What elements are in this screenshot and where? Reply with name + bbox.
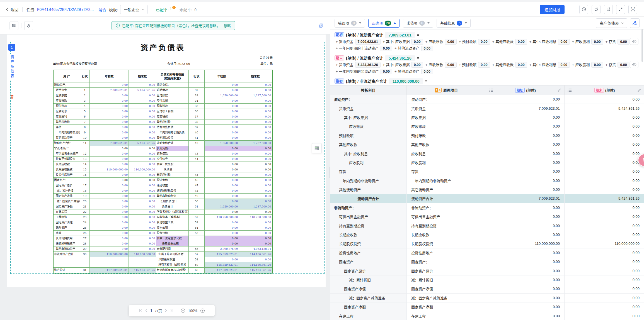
zoom-in-button[interactable] (200, 308, 205, 313)
doc-cell: 21 (80, 204, 90, 209)
doc-cell: 0.00 (90, 241, 129, 246)
template-subject-label: 流动资产合计 (357, 196, 379, 201)
report-select[interactable]: 资产负债表 (596, 18, 627, 28)
prev-page-button[interactable] (145, 309, 147, 312)
menu-icon[interactable] (567, 88, 572, 92)
mapping-row[interactable]: 一年内到期的非流动资产一年内到期的非流动资产0.000.00 (330, 176, 644, 185)
template-subject-cell: 持有至到期投资 (330, 221, 407, 230)
doc-cell: 0.00 (129, 183, 156, 188)
hand-icon (26, 23, 31, 28)
back-button[interactable]: 返回 (7, 7, 18, 12)
doc-cell: 56 (189, 246, 205, 252)
mapping-row[interactable]: 货币资金货币资金7,009,623.015,424,361.26 (330, 104, 644, 113)
mapping-row[interactable]: 固定资产净值固定资产净值0.000.00 (330, 284, 644, 293)
mapping-row[interactable]: 非流动资产：非流动资产：0.000.00 (330, 203, 644, 212)
delete-page-button[interactable] (10, 95, 14, 100)
current-page[interactable]: 1 (150, 308, 152, 313)
operand-name: 其他流动资产 (398, 46, 420, 50)
mapping-row[interactable]: 减：固定资产减值准备减：固定资产减值准备0.000.00 (330, 294, 644, 302)
fullscreen-button[interactable] (616, 5, 625, 14)
zoom-out-button[interactable] (181, 308, 185, 313)
last-page-button[interactable] (170, 309, 174, 312)
refresh-button[interactable] (592, 5, 601, 14)
mapping-row[interactable]: 固定资产原价固定资产原价0.000.00 (330, 266, 644, 275)
plus-sign: + (459, 40, 461, 44)
mapping-row[interactable]: 持有至到期投资持有至到期投资0.000.00 (330, 221, 644, 230)
outline-toggle-button[interactable] (9, 21, 18, 30)
mapping-row[interactable]: 固定资产净额固定资产净额0.000.00 (330, 302, 644, 311)
first-page-button[interactable] (139, 309, 142, 312)
page-tab-title[interactable]: 资产负债表 (9, 54, 15, 80)
period-end-value-cell: 0.00 (565, 113, 644, 122)
doc-cell: 0.00 (239, 241, 272, 246)
period-end-value-cell: 0.00 (565, 230, 644, 239)
mapping-row[interactable]: 预付款项预付账款0.000.00 (330, 131, 644, 140)
doc-cell: 资本公积 (156, 225, 189, 231)
structure-compare-button[interactable] (630, 18, 640, 28)
mapping-row[interactable]: 其中: 应收票据应收票据0.000.00 (330, 113, 644, 122)
doc-cell: 其它流动资产 (54, 135, 80, 141)
divider (22, 7, 23, 12)
mapping-row[interactable]: 在建工程在建工程0.000.00 (330, 311, 644, 320)
copy-document-button[interactable] (319, 23, 324, 28)
menu-icon[interactable] (489, 88, 493, 92)
next-page-button[interactable] (165, 309, 167, 312)
copy-icon (319, 23, 324, 28)
template-select[interactable]: 一般企业 (120, 5, 148, 14)
mapping-row[interactable]: 其他应收款其他应收款0.000.00 (330, 140, 644, 149)
document-info-row: 单位:丽水金汛股权投资有限公司 会计月:2023-09 单位：元 (53, 61, 273, 66)
mapping-row[interactable]: 投资性房地产投资性房地产0.000.00 (330, 248, 644, 257)
pan-tool-button[interactable] (24, 21, 33, 30)
mapping-row[interactable]: 应收账款应收账款0.000.00 (330, 122, 644, 131)
filter-button-errors[interactable]: 错误项0 (335, 19, 365, 28)
history-button[interactable] (579, 5, 588, 14)
filter-button-evaluate[interactable]: 求值项0 (403, 19, 433, 28)
mapping-row[interactable]: 流动资产：流动资产：0.000.00 (330, 95, 644, 104)
operand-name: 应收账款 (428, 63, 443, 67)
doc-cell: 0.00 (129, 188, 156, 194)
mapping-row[interactable]: 长期股权投资长期股权投资110,000,000.00110,000,000.00 (330, 239, 644, 248)
original-item-cell: 固定资产净值 (407, 284, 486, 293)
warning-badge: ! (172, 6, 176, 9)
page-tab-number[interactable]: 1 (8, 44, 15, 51)
doc-cell: 0.00 (239, 183, 272, 188)
doc-cell: 0.00 (205, 162, 239, 167)
template-subject-label: 固定资产 (330, 259, 354, 264)
doc-cell: 0.00 (90, 157, 129, 162)
mapping-row[interactable]: 长期应收款长期应收款0.000.00 (330, 230, 644, 239)
filter-row-right: 资产负债表 (596, 18, 640, 28)
pencil-icon[interactable] (637, 88, 641, 92)
mapping-row[interactable]: 存货存货0.000.00 (330, 167, 644, 176)
open-external-button[interactable] (604, 5, 613, 14)
plus-sign: + (572, 40, 574, 44)
ocr-recognize-button[interactable]: A (628, 5, 637, 14)
period-end-value-cell: 0.00 (565, 257, 644, 266)
scrollbar-thumb[interactable] (641, 29, 643, 62)
task-id-link[interactable]: F0A41B46572E47D2A2B72A2... (37, 7, 94, 12)
filter-button-basic-info[interactable]: 基础信息5 (437, 19, 471, 28)
plus-sign: + (529, 40, 532, 44)
doc-cell: 0.00 (239, 209, 272, 215)
ignore-link[interactable]: 忽略 (224, 23, 231, 28)
mapping-row[interactable]: 减：累计折旧减：累计折旧0.000.00 (330, 275, 644, 284)
mapping-row[interactable]: 可供出售金融资产可供出售金融资产0.000.00 (330, 212, 644, 221)
doc-cell: 应收账款 (54, 98, 80, 104)
mapping-row[interactable]: 其中: 应收利息应收利息0.000.00 (330, 149, 644, 158)
eye-icon (632, 62, 636, 67)
period-end-value-cell: 0.00 (565, 311, 644, 320)
mapping-row[interactable]: 流动资产合计流动资产合计7,009,623.015,424,361.26 (330, 194, 644, 203)
table-extract-button[interactable] (312, 143, 322, 153)
doc-cell: 110,000,000.00 (129, 167, 156, 172)
period-end-value-cell: 0.00 (565, 185, 644, 194)
visibility-toggle-button[interactable] (630, 38, 638, 45)
add-report-button[interactable]: 追加财报 (540, 5, 565, 14)
pencil-icon[interactable] (558, 88, 561, 92)
mapping-row[interactable]: 应收股利应收股利0.000.00 (330, 158, 644, 167)
doc-cell: 0.00 (205, 194, 239, 199)
formula-target: (单体) / 非流动资产合计 (346, 79, 387, 84)
mapping-row[interactable]: 固定资产固定资产：0.000.00 (330, 257, 644, 266)
period-end-value-cell: 0.00 (565, 266, 644, 275)
mapping-row[interactable]: 其他流动资产其它流动资产0.000.00 (330, 185, 644, 194)
filter-button-correct[interactable]: 正确项20 (368, 19, 400, 28)
visibility-toggle-button[interactable] (630, 62, 638, 68)
